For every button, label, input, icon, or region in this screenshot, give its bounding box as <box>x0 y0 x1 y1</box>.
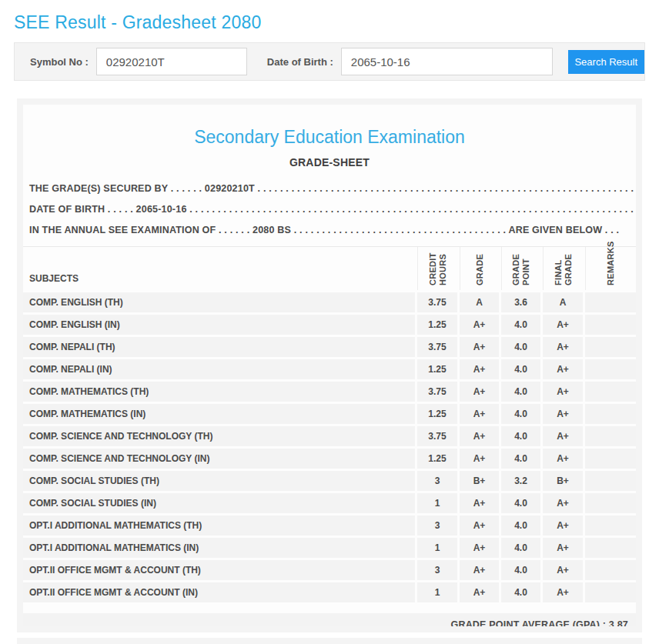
table-row: COMP. MATHEMATICS (IN) 1.25 A+ 4.0 A+ <box>23 404 636 424</box>
next-section-strip <box>17 638 642 644</box>
secured-by-line: THE GRADE(S) SECURED BY . . . . . . 0292… <box>23 179 636 199</box>
credit-hours-cell: 1.25 <box>417 404 457 424</box>
credit-hours-cell: 3.75 <box>417 337 457 357</box>
grade-point-cell: 4.0 <box>501 337 540 357</box>
grade-cell: A+ <box>460 337 499 357</box>
credit-hours-cell: 1.25 <box>417 449 457 469</box>
final-grade-cell: A+ <box>543 426 583 446</box>
final-grade-cell: A+ <box>543 449 583 469</box>
exam-title: Secondary Education Examination <box>23 127 636 148</box>
grade-cell: A+ <box>460 426 499 446</box>
subject-cell: OPT.I ADDITIONAL MATHEMATICS (TH) <box>23 516 415 536</box>
grade-cell: A+ <box>460 493 499 513</box>
subject-cell: OPT.II OFFICE MGMT & ACCOUNT (IN) <box>23 582 415 602</box>
table-row: COMP. SCIENCE AND TECHNOLOGY (IN) 1.25 A… <box>23 449 636 469</box>
remarks-cell <box>585 292 636 312</box>
credit-hours-cell: 1 <box>417 493 457 513</box>
remarks-cell <box>585 382 636 402</box>
remarks-cell <box>585 493 636 513</box>
subject-cell: COMP. NEPALI (IN) <box>23 359 415 379</box>
table-row: COMP. NEPALI (IN) 1.25 A+ 4.0 A+ <box>23 359 636 379</box>
grade-cell: A+ <box>460 560 499 580</box>
subject-cell: COMP. SCIENCE AND TECHNOLOGY (IN) <box>23 449 415 469</box>
grade-point-cell: 4.0 <box>501 426 540 446</box>
subject-cell: COMP. ENGLISH (IN) <box>23 315 415 335</box>
header-grade-point: GRADE POINT <box>501 247 540 290</box>
final-grade-cell: A+ <box>543 493 583 513</box>
grades-table: SUBJECTS CREDIT HOURS GRADE GRADE POINT … <box>23 246 636 602</box>
grade-point-cell: 4.0 <box>501 359 540 379</box>
symbol-no-input[interactable] <box>96 48 247 75</box>
remarks-cell <box>585 471 636 491</box>
grade-point-cell: 3.2 <box>501 471 540 491</box>
table-row: COMP. ENGLISH (IN) 1.25 A+ 4.0 A+ <box>23 315 636 335</box>
grade-cell: A+ <box>460 315 499 335</box>
table-body: COMP. ENGLISH (TH) 3.75 A 3.6 A COMP. EN… <box>23 292 636 602</box>
date-of-birth-input[interactable] <box>341 48 553 75</box>
table-row: OPT.I ADDITIONAL MATHEMATICS (TH) 3 A+ 4… <box>23 516 636 536</box>
grade-cell: A+ <box>460 359 499 379</box>
credit-hours-cell: 3 <box>417 516 457 536</box>
credit-hours-cell: 1 <box>417 582 457 602</box>
grade-point-cell: 4.0 <box>501 582 540 602</box>
examination-year-line: IN THE ANNUAL SEE EXAMINATION OF . . . .… <box>23 220 636 241</box>
subject-cell: COMP. MATHEMATICS (TH) <box>23 382 415 402</box>
grade-point-cell: 4.0 <box>501 315 540 335</box>
grade-cell: B+ <box>460 471 499 491</box>
grade-point-cell: 3.6 <box>501 292 540 312</box>
final-grade-cell: A <box>543 292 583 312</box>
credit-hours-cell: 3.75 <box>417 382 457 402</box>
subject-cell: OPT.I ADDITIONAL MATHEMATICS (IN) <box>23 538 415 558</box>
subject-cell: COMP. SOCIAL STUDIES (TH) <box>23 471 415 491</box>
subject-cell: OPT.II OFFICE MGMT & ACCOUNT (TH) <box>23 560 415 580</box>
grade-cell: A+ <box>460 538 499 558</box>
remarks-cell <box>585 516 636 536</box>
header-final-grade: FINAL GRADE <box>543 247 583 290</box>
final-grade-cell: A+ <box>543 582 583 602</box>
table-header-row: SUBJECTS CREDIT HOURS GRADE GRADE POINT … <box>23 246 636 290</box>
final-grade-cell: A+ <box>543 337 583 357</box>
remarks-cell <box>585 404 636 424</box>
grade-cell: A+ <box>460 582 499 602</box>
credit-hours-cell: 1.25 <box>417 359 457 379</box>
final-grade-cell: A+ <box>543 315 583 335</box>
grade-cell: A+ <box>460 404 499 424</box>
subject-cell: COMP. MATHEMATICS (IN) <box>23 404 415 424</box>
symbol-no-label: Symbol No : <box>30 56 89 68</box>
table-row: OPT.II OFFICE MGMT & ACCOUNT (TH) 3 A+ 4… <box>23 560 636 580</box>
header-subjects: SUBJECTS <box>23 247 415 290</box>
final-grade-cell: B+ <box>543 471 583 491</box>
header-remarks: REMARKS <box>585 247 636 290</box>
credit-hours-cell: 3 <box>417 471 457 491</box>
table-row: COMP. ENGLISH (TH) 3.75 A 3.6 A <box>23 292 636 312</box>
table-row: COMP. MATHEMATICS (TH) 3.75 A+ 4.0 A+ <box>23 382 636 402</box>
table-row: COMP. SCIENCE AND TECHNOLOGY (TH) 3.75 A… <box>23 426 636 446</box>
remarks-cell <box>585 560 636 580</box>
date-of-birth-label: Date of Birth : <box>267 56 333 68</box>
table-row: OPT.I ADDITIONAL MATHEMATICS (IN) 1 A+ 4… <box>23 538 636 558</box>
final-grade-cell: A+ <box>543 560 583 580</box>
gradesheet-card-inner: Secondary Education Examination GRADE-SH… <box>23 105 636 626</box>
grade-cell: A+ <box>460 382 499 402</box>
gradesheet-intro-lines: THE GRADE(S) SECURED BY . . . . . . 0292… <box>23 179 636 241</box>
subject-cell: COMP. ENGLISH (TH) <box>23 292 415 312</box>
header-grade: GRADE <box>460 247 499 290</box>
final-grade-cell: A+ <box>543 359 583 379</box>
grade-point-cell: 4.0 <box>501 449 540 469</box>
final-grade-cell: A+ <box>543 382 583 402</box>
grade-cell: A+ <box>460 516 499 536</box>
credit-hours-cell: 3 <box>417 560 457 580</box>
subject-cell: COMP. SCIENCE AND TECHNOLOGY (TH) <box>23 426 415 446</box>
gradesheet-card: Secondary Education Examination GRADE-SH… <box>17 98 642 632</box>
grade-point-cell: 4.0 <box>501 538 540 558</box>
final-grade-cell: A+ <box>543 538 583 558</box>
final-grade-cell: A+ <box>543 516 583 536</box>
date-of-birth-line: DATE OF BIRTH . . . . . 2065-10-16 . . .… <box>23 199 636 220</box>
gpa-summary: GRADE POINT AVERAGE (GPA) : 3.87 <box>23 613 636 626</box>
remarks-cell <box>585 359 636 379</box>
grade-point-cell: 4.0 <box>501 382 540 402</box>
search-result-button[interactable]: Search Result <box>568 50 645 74</box>
grade-point-cell: 4.0 <box>501 404 540 424</box>
table-row: COMP. SOCIAL STUDIES (IN) 1 A+ 4.0 A+ <box>23 493 636 513</box>
remarks-cell <box>585 337 636 357</box>
